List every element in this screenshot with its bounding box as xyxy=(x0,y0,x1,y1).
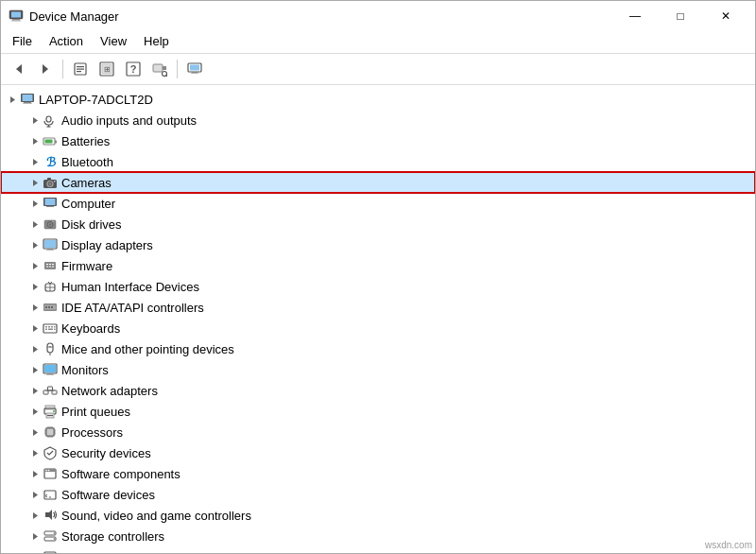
item-expander[interactable] xyxy=(27,237,43,252)
back-button[interactable] xyxy=(7,58,31,80)
item-expander[interactable] xyxy=(27,216,43,232)
svg-rect-26 xyxy=(24,102,31,103)
software-dev-icon xyxy=(43,487,58,502)
list-item[interactable]: Processors xyxy=(1,422,755,442)
item-expander[interactable] xyxy=(27,404,43,419)
svg-rect-7 xyxy=(77,66,84,67)
item-expander[interactable] xyxy=(27,133,43,148)
item-expander[interactable] xyxy=(27,549,43,553)
svg-text:?: ? xyxy=(130,63,137,75)
item-expander[interactable] xyxy=(27,175,43,190)
close-button[interactable]: ✕ xyxy=(704,6,747,26)
svg-marker-4 xyxy=(16,64,22,74)
computer-icon xyxy=(43,196,58,211)
menu-action[interactable]: Action xyxy=(42,31,91,51)
list-item[interactable]: Print queues xyxy=(1,401,755,422)
properties-button[interactable] xyxy=(68,58,93,80)
item-label: Disk drives xyxy=(61,217,122,232)
network-icon xyxy=(43,383,58,398)
item-expander[interactable] xyxy=(27,362,43,377)
print-icon xyxy=(43,404,58,419)
item-label: Print queues xyxy=(61,405,130,419)
item-expander[interactable] xyxy=(27,113,43,128)
item-expander[interactable] xyxy=(27,196,43,211)
svg-rect-21 xyxy=(192,72,198,73)
svg-rect-106 xyxy=(47,415,53,416)
list-item[interactable]: Disk drives xyxy=(1,214,755,234)
svg-rect-57 xyxy=(46,250,54,251)
svg-marker-32 xyxy=(33,138,38,145)
svg-marker-95 xyxy=(33,388,38,394)
svg-marker-134 xyxy=(33,512,38,519)
list-item[interactable]: Software components xyxy=(1,463,755,484)
list-item[interactable]: Human Interface Devices xyxy=(1,276,755,297)
svg-marker-76 xyxy=(33,325,38,332)
list-item[interactable]: Computer xyxy=(1,193,755,214)
minimize-button[interactable]: — xyxy=(613,6,657,26)
svg-marker-135 xyxy=(45,510,52,520)
list-item[interactable]: Audio inputs and outputs xyxy=(1,110,755,130)
list-item[interactable]: Sound, video and game controllers xyxy=(1,505,755,526)
display-button[interactable] xyxy=(182,58,207,80)
forward-button[interactable] xyxy=(33,58,58,80)
svg-marker-124 xyxy=(33,471,38,477)
svg-rect-27 xyxy=(23,103,32,104)
list-item[interactable]: Mice and other pointing devices xyxy=(1,338,755,359)
item-expander[interactable] xyxy=(27,320,43,336)
item-expander[interactable] xyxy=(27,258,43,273)
svg-marker-90 xyxy=(33,367,38,373)
menu-view[interactable]: View xyxy=(93,31,134,51)
help-button[interactable]: ? xyxy=(121,58,146,80)
item-expander[interactable] xyxy=(27,508,43,523)
svg-marker-102 xyxy=(33,408,38,415)
item-expander[interactable] xyxy=(27,487,43,502)
item-expander[interactable] xyxy=(27,466,43,481)
device-tree[interactable]: LAPTOP-7ADCLT2D Audio inputs and outputs xyxy=(1,85,755,553)
list-item[interactable]: Storage controllers xyxy=(1,526,755,546)
list-item[interactable]: System devices xyxy=(1,546,755,553)
menu-help[interactable]: Help xyxy=(136,31,177,51)
list-item[interactable]: Batteries xyxy=(1,130,755,151)
list-item[interactable]: Security devices xyxy=(1,442,755,463)
list-item[interactable]: Network adapters xyxy=(1,380,755,401)
bluetooth-icon: ℬ xyxy=(43,154,58,169)
svg-text:⊞: ⊞ xyxy=(104,65,111,74)
list-item[interactable]: ℬ Bluetooth xyxy=(1,151,755,172)
audio-icon xyxy=(43,113,58,128)
sound-icon xyxy=(43,508,58,523)
system-icon xyxy=(43,549,58,553)
svg-rect-79 xyxy=(48,326,50,328)
list-item[interactable]: Monitors xyxy=(1,359,755,380)
maximize-button[interactable]: □ xyxy=(659,6,702,26)
tree-root[interactable]: LAPTOP-7ADCLT2D xyxy=(1,89,755,110)
update-driver-button[interactable]: ⊞ xyxy=(94,58,119,80)
list-item[interactable]: IDE ATA/ATAPI controllers xyxy=(1,297,755,318)
svg-rect-2 xyxy=(12,19,20,21)
root-expander[interactable] xyxy=(5,92,20,107)
svg-line-18 xyxy=(166,76,168,78)
item-expander[interactable] xyxy=(27,528,43,544)
menu-file[interactable]: File xyxy=(5,31,40,51)
software-comp-icon xyxy=(43,466,58,481)
item-expander[interactable] xyxy=(27,341,43,356)
item-expander[interactable] xyxy=(27,445,43,460)
cameras-item[interactable]: Cameras xyxy=(1,172,755,193)
svg-rect-142 xyxy=(44,552,56,553)
item-label: System devices xyxy=(61,550,147,554)
scan-button[interactable] xyxy=(147,58,172,80)
item-expander[interactable] xyxy=(27,154,43,169)
list-item[interactable]: Keyboards xyxy=(1,318,755,338)
svg-point-140 xyxy=(54,538,56,540)
item-expander[interactable] xyxy=(27,279,43,294)
item-label: Monitors xyxy=(61,363,109,377)
svg-rect-43 xyxy=(54,181,56,182)
list-item[interactable]: Firmware xyxy=(1,255,755,276)
item-label: Mice and other pointing devices xyxy=(61,342,234,356)
item-expander[interactable] xyxy=(27,300,43,315)
svg-rect-73 xyxy=(45,306,47,308)
svg-point-41 xyxy=(49,182,52,185)
list-item[interactable]: Software devices xyxy=(1,484,755,505)
item-expander[interactable] xyxy=(27,383,43,398)
list-item[interactable]: Display adapters xyxy=(1,234,755,255)
item-expander[interactable] xyxy=(27,424,43,440)
